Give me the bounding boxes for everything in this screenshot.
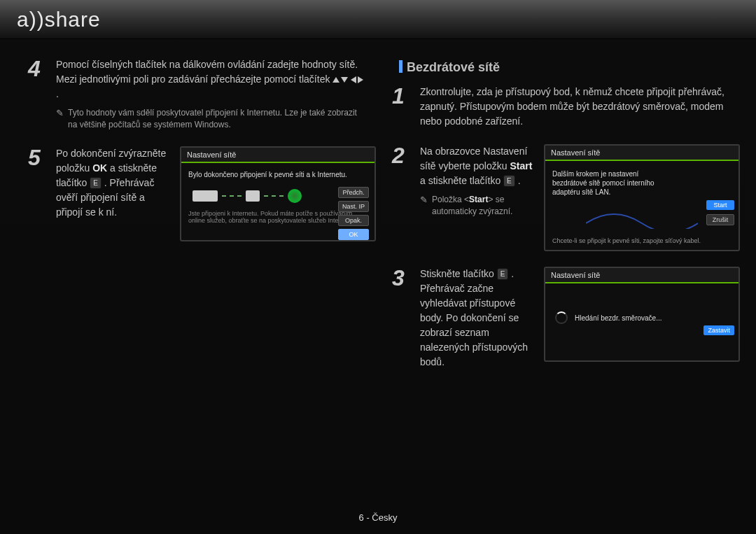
panel-title: Nastavení sítě bbox=[545, 268, 738, 283]
panel-network-done: Nastavení sítě Bylo dokončeno připojení … bbox=[180, 146, 376, 241]
logo-left-paren: ) bbox=[29, 8, 37, 31]
step-2-body: Na obrazovce Nastavení sítě vyberte polo… bbox=[420, 144, 536, 218]
step-5-body: Po dokončení zvýrazněte položku OK a sti… bbox=[56, 146, 172, 220]
ip-settings-button[interactable]: Nast. IP bbox=[338, 201, 369, 212]
page-number: 6 - Česky bbox=[0, 512, 756, 523]
enter-key-icon: E bbox=[90, 177, 102, 189]
step-4-note: ✎ Tyto hodnoty vám sdělí poskytovatel př… bbox=[56, 107, 364, 131]
prev-button[interactable]: Předch. bbox=[338, 187, 369, 198]
right-column: Bezdrátové sítě 1 Zkontrolujte, zda je p… bbox=[392, 57, 728, 385]
manual-page: a ) ) share 4 Pomocí číselných tlačítek … bbox=[0, 0, 756, 534]
panel-searching: Nastavení sítě Hledání bezdr. směrovače.… bbox=[544, 267, 740, 362]
note-icon: ✎ bbox=[56, 107, 64, 131]
spinner-icon bbox=[555, 311, 568, 324]
stop-button[interactable]: Zastavit bbox=[704, 325, 734, 335]
step-number: 4 bbox=[28, 57, 46, 131]
enter-key-icon: E bbox=[503, 175, 515, 187]
searching-text: Hledání bezdr. směrovače... bbox=[575, 314, 662, 322]
panel-title: Nastavení sítě bbox=[181, 148, 374, 163]
logo-right-paren: ) bbox=[37, 8, 45, 31]
step-4-body: Pomocí číselných tlačítek na dálkovém ov… bbox=[56, 57, 364, 131]
step-3: 3 Stiskněte tlačítko E . Přehrávač začne… bbox=[392, 267, 728, 370]
step-4-text: Pomocí číselných tlačítek na dálkovém ov… bbox=[56, 59, 358, 85]
step-3-body: Stiskněte tlačítko E . Přehrávač začne v… bbox=[420, 267, 536, 370]
cancel-button[interactable]: Zrušit bbox=[706, 214, 734, 225]
logo-share: share bbox=[45, 8, 101, 31]
wireless-wave-icon bbox=[586, 209, 698, 229]
panel-message: Bylo dokončeno připojení k pevné síti a … bbox=[188, 170, 368, 179]
enter-key-icon: E bbox=[497, 268, 509, 280]
step-4: 4 Pomocí číselných tlačítek na dálkovém … bbox=[28, 57, 364, 131]
app-header: a ) ) share bbox=[0, 0, 756, 39]
panel-wireless-start: Nastavení sítě Dalším krokem je nastaven… bbox=[544, 144, 740, 251]
wireless-section-title: Bezdrátové sítě bbox=[399, 60, 728, 75]
allshare-logo: a ) ) share bbox=[17, 8, 101, 31]
step-number: 2 bbox=[392, 144, 410, 251]
panel-title: Nastavení sítě bbox=[545, 146, 738, 161]
content-columns: 4 Pomocí číselných tlačítek na dálkovém … bbox=[0, 39, 756, 385]
note-icon: ✎ bbox=[420, 194, 428, 218]
step-2: 2 Na obrazovce Nastavení sítě vyberte po… bbox=[392, 144, 728, 251]
dpad-arrows-icon bbox=[332, 76, 363, 83]
step-2-note: ✎ Položka <Start> se automaticky zvýrazn… bbox=[420, 194, 536, 218]
panel-message: Dalším krokem je nastavení bezdrátové sí… bbox=[552, 169, 671, 197]
step-1: 1 Zkontrolujte, zda je přístupový bod, k… bbox=[392, 85, 728, 129]
retry-button[interactable]: Opak. bbox=[338, 215, 369, 226]
logo-a: a bbox=[17, 8, 29, 31]
ok-button[interactable]: OK bbox=[338, 229, 369, 240]
step-4-note-text: Tyto hodnoty vám sdělí poskytovatel přip… bbox=[68, 107, 364, 131]
step-1-body: Zkontrolujte, zda je přístupový bod, k n… bbox=[420, 85, 728, 129]
step-number: 3 bbox=[392, 267, 410, 370]
step-number: 5 bbox=[28, 146, 46, 241]
left-column: 4 Pomocí číselných tlačítek na dálkovém … bbox=[28, 57, 364, 385]
panel-hint: Chcete-li se připojit k pevné síti, zapo… bbox=[552, 237, 732, 244]
title-accent-bar-icon bbox=[399, 60, 402, 73]
step-5: 5 Po dokončení zvýrazněte položku OK a s… bbox=[28, 146, 364, 241]
step-number: 1 bbox=[392, 85, 410, 129]
start-button[interactable]: Start bbox=[706, 200, 734, 210]
